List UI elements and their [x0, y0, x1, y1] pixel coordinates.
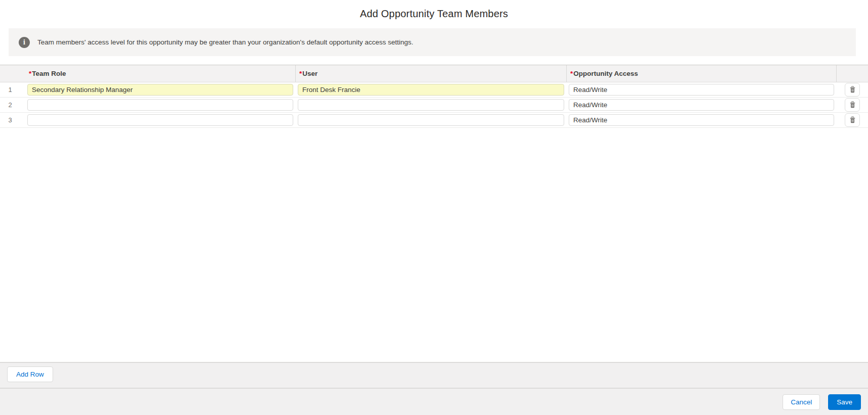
- page-title: Add Opportunity Team Members: [0, 0, 868, 20]
- info-banner: i Team members' access level for this op…: [9, 28, 856, 56]
- content-spacer: [0, 128, 868, 362]
- delete-cell: [837, 82, 868, 97]
- delete-cell: [837, 98, 868, 112]
- column-header-team-role: * Team Role: [25, 65, 296, 82]
- row-number-column-header: [0, 65, 25, 82]
- opportunity-access-input[interactable]: [569, 84, 834, 96]
- row-number: 1: [0, 86, 25, 94]
- user-input[interactable]: [298, 84, 564, 96]
- delete-row-button[interactable]: [845, 83, 860, 97]
- opportunity-access-cell: [567, 113, 837, 127]
- team-role-input[interactable]: [27, 84, 293, 96]
- trash-icon: [849, 86, 856, 94]
- opportunity-access-input[interactable]: [569, 99, 834, 111]
- opportunity-access-input[interactable]: [569, 114, 834, 126]
- team-role-cell: [25, 98, 296, 112]
- row-number: 2: [0, 101, 25, 109]
- cancel-button[interactable]: Cancel: [783, 394, 820, 410]
- column-header-label: Opportunity Access: [573, 70, 638, 77]
- delete-row-button[interactable]: [845, 98, 860, 112]
- required-asterisk: *: [299, 70, 302, 77]
- column-header-opportunity-access: * Opportunity Access: [567, 65, 837, 82]
- title-bar: Add Opportunity Team Members: [0, 0, 868, 28]
- user-cell: [296, 82, 567, 97]
- table-row: 2: [0, 98, 868, 113]
- info-icon: i: [19, 37, 30, 48]
- column-header-label: Team Role: [32, 70, 66, 77]
- row-number: 3: [0, 116, 25, 124]
- info-banner-text: Team members' access level for this oppo…: [37, 38, 414, 46]
- actions-column-header: [837, 65, 868, 82]
- team-role-cell: [25, 82, 296, 97]
- user-input[interactable]: [298, 99, 564, 111]
- user-cell: [296, 113, 567, 127]
- add-row-band: Add Row: [0, 362, 868, 388]
- footer-action-bar: Cancel Save: [0, 388, 868, 415]
- save-button[interactable]: Save: [828, 394, 861, 410]
- info-icon-glyph: i: [23, 38, 25, 47]
- user-input[interactable]: [298, 114, 564, 126]
- team-role-input[interactable]: [27, 99, 293, 111]
- delete-row-button[interactable]: [845, 113, 860, 127]
- table-row: 1: [0, 82, 868, 98]
- required-asterisk: *: [29, 70, 31, 77]
- column-header-label: User: [302, 70, 317, 77]
- team-role-cell: [25, 113, 296, 127]
- add-row-button[interactable]: Add Row: [7, 366, 53, 382]
- opportunity-access-cell: [567, 98, 837, 112]
- opportunity-access-cell: [567, 82, 837, 97]
- user-cell: [296, 98, 567, 112]
- table-header: * Team Role * User * Opportunity Access: [0, 65, 868, 82]
- trash-icon: [849, 101, 856, 109]
- table-row: 3: [0, 113, 868, 128]
- required-asterisk: *: [570, 70, 573, 77]
- trash-icon: [849, 116, 856, 124]
- add-opportunity-team-members-page: Add Opportunity Team Members i Team memb…: [0, 0, 868, 415]
- delete-cell: [837, 113, 868, 127]
- spacer-gap: [0, 56, 868, 65]
- team-role-input[interactable]: [27, 114, 293, 126]
- column-header-user: * User: [296, 65, 567, 82]
